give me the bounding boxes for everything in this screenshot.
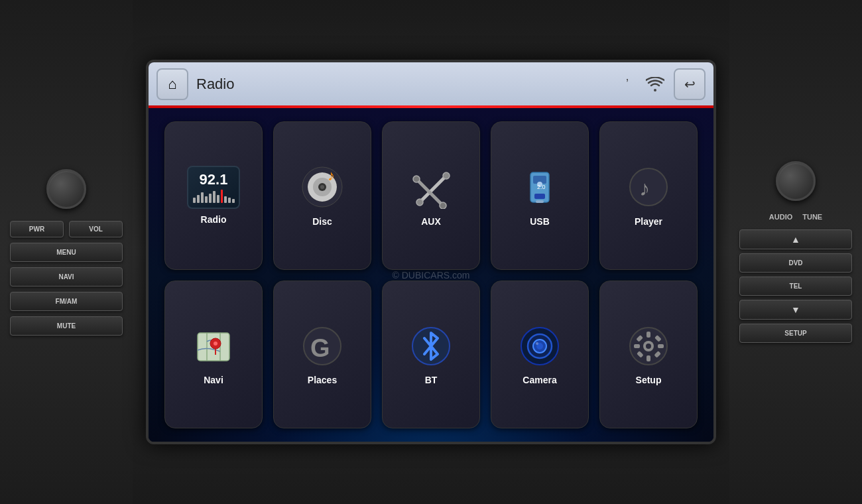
svg-point-36 bbox=[646, 344, 651, 349]
app-icon-radio[interactable]: 92.1 bbox=[164, 121, 263, 270]
svg-text:♪: ♪ bbox=[639, 176, 650, 200]
svg-text:♪: ♪ bbox=[328, 167, 335, 184]
usb-icon: 2.0 bbox=[517, 164, 563, 211]
app-icon-camera[interactable]: Camera bbox=[491, 281, 589, 429]
aux-icon bbox=[408, 164, 454, 211]
app-label-navi: Navi bbox=[204, 375, 223, 385]
right-nav-buttons: ▲ DVD TEL ▼ SETUP bbox=[739, 229, 852, 343]
car-unit: PWR VOL MENU NAVI FM/AM MUTE ⌂ Radio ’ bbox=[0, 0, 862, 504]
svg-rect-15 bbox=[534, 194, 545, 199]
screen-title: Radio bbox=[196, 76, 609, 93]
screen-container: ⌂ Radio ’ ↩ bbox=[146, 60, 716, 444]
svg-line-7 bbox=[420, 176, 446, 202]
back-button[interactable]: ↩ bbox=[674, 68, 706, 100]
disc-icon: ♪ bbox=[299, 164, 345, 211]
app-icon-player[interactable]: ♪ Player bbox=[599, 121, 698, 270]
app-icon-setup[interactable]: Setup bbox=[599, 281, 698, 429]
screen: ⌂ Radio ’ ↩ bbox=[149, 62, 713, 442]
svg-text:G: G bbox=[310, 334, 330, 362]
right-panel: AUDIO TUNE ▲ DVD TEL ▼ SETUP bbox=[729, 0, 862, 504]
app-label-radio: Radio bbox=[201, 214, 227, 225]
app-label-aux: AUX bbox=[421, 216, 441, 227]
navi-icon bbox=[190, 323, 237, 369]
app-label-camera: Camera bbox=[523, 375, 556, 385]
home-icon: ⌂ bbox=[168, 76, 176, 93]
svg-point-11 bbox=[413, 176, 420, 182]
navi-button[interactable]: NAVI bbox=[10, 267, 123, 286]
app-icon-aux[interactable]: AUX bbox=[382, 121, 480, 270]
svg-rect-16 bbox=[536, 200, 544, 203]
arrow-up-button[interactable]: ▲ bbox=[739, 229, 852, 249]
app-icon-navi[interactable]: Navi bbox=[164, 281, 263, 429]
right-top-labels: AUDIO TUNE bbox=[769, 213, 822, 221]
home-button[interactable]: ⌂ bbox=[156, 68, 188, 100]
vol-button[interactable]: VOL bbox=[69, 221, 123, 237]
radio-icon: 92.1 bbox=[187, 166, 240, 209]
app-icon-usb[interactable]: 2.0 USB bbox=[491, 121, 589, 270]
arrow-down-button[interactable]: ▼ bbox=[739, 300, 852, 320]
pwr-button[interactable]: PWR bbox=[10, 221, 64, 237]
app-label-disc: Disc bbox=[312, 216, 332, 227]
fmam-button[interactable]: FM/AM bbox=[10, 292, 123, 311]
svg-point-5 bbox=[320, 185, 324, 189]
right-knob[interactable] bbox=[776, 161, 816, 201]
app-label-bt: BT bbox=[425, 375, 438, 385]
dvd-button[interactable]: DVD bbox=[739, 253, 852, 273]
audio-label: AUDIO bbox=[769, 213, 792, 221]
bluetooth-icon: ’ bbox=[617, 74, 638, 95]
app-icon-bt[interactable]: BT bbox=[382, 281, 480, 429]
tel-button[interactable]: TEL bbox=[739, 277, 852, 296]
svg-text:2.0: 2.0 bbox=[537, 184, 546, 190]
watermark: © DUBICARS.com bbox=[393, 270, 470, 281]
svg-point-8 bbox=[416, 199, 423, 206]
setup-button[interactable]: SETUP bbox=[739, 324, 852, 343]
app-label-places: Places bbox=[308, 375, 337, 385]
svg-rect-40 bbox=[658, 344, 664, 348]
svg-point-9 bbox=[443, 172, 450, 179]
places-icon: G bbox=[299, 323, 345, 369]
mute-button[interactable]: MUTE bbox=[10, 316, 123, 336]
player-icon: ♪ bbox=[625, 164, 672, 211]
app-label-usb: USB bbox=[530, 216, 550, 227]
camera-icon bbox=[517, 323, 563, 369]
menu-button[interactable]: MENU bbox=[10, 243, 123, 262]
top-bar: ⌂ Radio ’ ↩ bbox=[149, 62, 713, 105]
radio-bars bbox=[193, 190, 235, 203]
svg-rect-39 bbox=[634, 344, 640, 348]
svg-rect-37 bbox=[646, 332, 650, 338]
app-icon-disc[interactable]: ♪ Disc bbox=[273, 121, 371, 270]
left-knob[interactable] bbox=[46, 169, 86, 209]
svg-rect-38 bbox=[646, 355, 650, 361]
wifi-icon bbox=[645, 74, 666, 95]
setup-icon bbox=[625, 323, 672, 369]
svg-point-25 bbox=[214, 342, 217, 346]
tune-label: TUNE bbox=[802, 213, 822, 221]
radio-freq: 92.1 bbox=[200, 172, 228, 187]
app-grid: © DUBICARS.com 92.1 bbox=[149, 108, 713, 442]
app-icon-places[interactable]: G Places bbox=[273, 281, 371, 429]
app-label-player: Player bbox=[635, 216, 662, 227]
svg-point-33 bbox=[536, 342, 538, 345]
bt-icon-graphic bbox=[408, 323, 454, 369]
top-icons: ’ bbox=[617, 74, 666, 95]
app-label-setup: Setup bbox=[636, 375, 662, 385]
left-panel: PWR VOL MENU NAVI FM/AM MUTE bbox=[0, 0, 133, 504]
svg-point-12 bbox=[440, 202, 446, 209]
